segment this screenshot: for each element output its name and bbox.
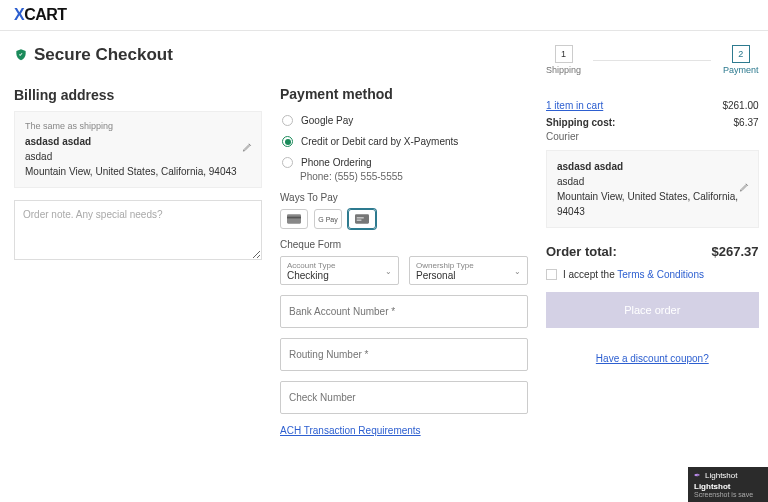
edit-shipping-button[interactable]	[739, 182, 750, 197]
select-value: Personal	[416, 270, 521, 281]
billing-company: asdad	[25, 149, 251, 164]
same-as-shipping-label: The same as shipping	[25, 120, 251, 134]
payment-option-label: Credit or Debit card by X-Payments	[301, 136, 458, 147]
cheque-selects: Account Type Checking ⌄ Ownership Type P…	[280, 256, 528, 285]
svg-rect-1	[287, 217, 301, 219]
header: XCART	[0, 0, 768, 31]
svg-rect-4	[357, 220, 362, 221]
terms-prefix: I accept the	[563, 269, 617, 280]
coupon-link[interactable]: Have a discount coupon?	[596, 353, 709, 364]
logo-x: X	[14, 6, 24, 23]
order-total-label: Order total:	[546, 244, 617, 259]
gpay-tile-label: G Pay	[318, 216, 337, 223]
svg-rect-2	[355, 214, 369, 223]
pencil-icon	[242, 142, 253, 153]
check-number-input[interactable]	[280, 381, 528, 414]
checkout-steps: 1 Shipping 2 Payment	[546, 45, 759, 75]
ach-requirements-link[interactable]: ACH Transaction Requirements	[280, 425, 421, 436]
step-label: Shipping	[546, 65, 581, 75]
terms-checkbox[interactable]	[546, 269, 557, 280]
chevron-down-icon: ⌄	[385, 266, 392, 275]
shipping-name: asdasd asdad	[557, 159, 748, 174]
radio-icon	[282, 115, 293, 126]
cart-summary-row: 1 item in cart $261.00	[546, 97, 759, 114]
routing-number-input[interactable]	[280, 338, 528, 371]
select-value: Checking	[287, 270, 392, 281]
svg-rect-3	[357, 217, 364, 218]
bank-account-input[interactable]	[280, 295, 528, 328]
terms-text: I accept the Terms & Conditions	[563, 269, 704, 280]
checkout-container: Secure Checkout Billing address The same…	[0, 31, 768, 450]
cart-items-link[interactable]: 1 item in cart	[546, 100, 603, 111]
shipping-address-line: Mountain View, United States, California…	[557, 189, 748, 219]
payment-option-phone[interactable]: Phone Ordering	[280, 152, 528, 173]
ways-to-pay-heading: Ways To Pay	[280, 192, 528, 203]
cheque-form-heading: Cheque Form	[280, 239, 528, 250]
edit-billing-button[interactable]	[242, 142, 253, 157]
card-icon	[287, 214, 301, 224]
shipping-company: asdad	[557, 174, 748, 189]
pay-tile-card[interactable]	[280, 209, 308, 229]
radio-icon	[282, 157, 293, 168]
page-title-text: Secure Checkout	[34, 45, 173, 65]
payment-option-xpayments[interactable]: Credit or Debit card by X-Payments	[280, 131, 528, 152]
terms-row: I accept the Terms & Conditions	[546, 269, 759, 280]
payment-heading: Payment method	[280, 86, 528, 102]
shipping-cost-row: Shipping cost: $6.37	[546, 114, 759, 131]
payment-option-gpay[interactable]: Google Pay	[280, 110, 528, 131]
billing-heading: Billing address	[14, 87, 262, 103]
step-label: Payment	[723, 65, 759, 75]
pencil-icon	[739, 182, 750, 193]
billing-address-card: The same as shipping asdasd asdad asdad …	[14, 111, 262, 188]
svg-rect-0	[287, 214, 301, 223]
shipping-value: $6.37	[734, 117, 759, 128]
radio-icon	[282, 136, 293, 147]
phone-number-text: Phone: (555) 555-5555	[300, 171, 528, 182]
terms-link[interactable]: Terms & Conditions	[617, 269, 704, 280]
select-label: Account Type	[287, 261, 392, 270]
cart-subtotal: $261.00	[722, 100, 758, 111]
order-total-row: Order total: $267.37	[546, 244, 759, 259]
logo[interactable]: XCART	[14, 6, 67, 23]
pay-tile-cheque[interactable]	[348, 209, 376, 229]
logo-rest: CART	[24, 6, 66, 23]
billing-address-line: Mountain View, United States, California…	[25, 164, 251, 179]
order-note-input[interactable]	[14, 200, 262, 260]
account-type-select[interactable]: Account Type Checking ⌄	[280, 256, 399, 285]
courier-label: Courier	[546, 131, 759, 142]
chevron-down-icon: ⌄	[514, 266, 521, 275]
select-label: Ownership Type	[416, 261, 521, 270]
summary-column: 1 Shipping 2 Payment 1 item in cart $261…	[546, 45, 759, 436]
payment-option-label: Phone Ordering	[301, 157, 372, 168]
pay-tiles: G Pay	[280, 209, 528, 229]
order-total-value: $267.37	[712, 244, 759, 259]
cheque-icon	[355, 214, 369, 224]
coupon-section: Have a discount coupon?	[546, 352, 759, 364]
step-shipping[interactable]: 1 Shipping	[546, 45, 581, 75]
step-number: 2	[732, 45, 750, 63]
billing-name: asdasd asdad	[25, 134, 251, 149]
page-title: Secure Checkout	[14, 45, 262, 65]
step-divider	[593, 60, 711, 61]
payment-column: Payment method Google Pay Credit or Debi…	[280, 45, 528, 436]
shipping-address-card: asdasd asdad asdad Mountain View, United…	[546, 150, 759, 228]
step-payment[interactable]: 2 Payment	[723, 45, 759, 75]
ownership-type-select[interactable]: Ownership Type Personal ⌄	[409, 256, 528, 285]
step-number: 1	[555, 45, 573, 63]
shield-icon	[14, 48, 28, 62]
shipping-label: Shipping cost:	[546, 117, 615, 128]
pay-tile-gpay[interactable]: G Pay	[314, 209, 342, 229]
billing-column: Secure Checkout Billing address The same…	[14, 45, 262, 436]
place-order-button[interactable]: Place order	[546, 292, 759, 328]
payment-option-label: Google Pay	[301, 115, 353, 126]
